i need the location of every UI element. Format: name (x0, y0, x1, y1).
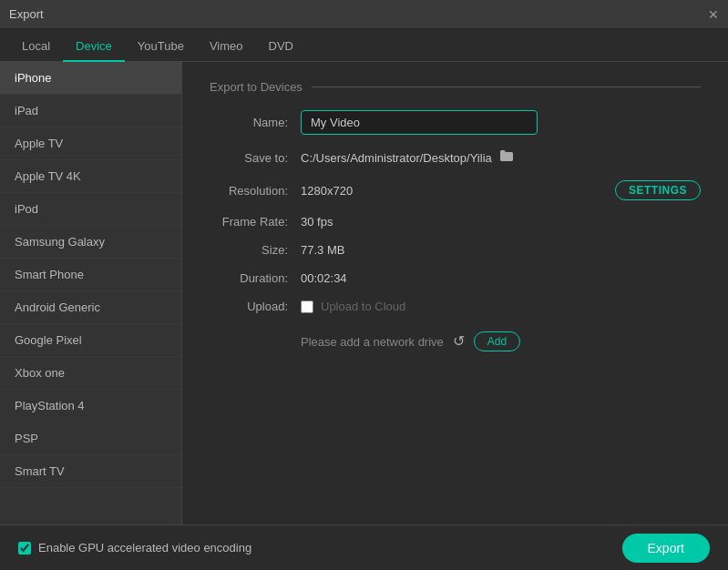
sidebar-item-playstation-4[interactable]: PlayStation 4 (0, 390, 181, 422)
name-row: Name: (210, 110, 701, 135)
gpu-label: Enable GPU accelerated video encoding (38, 541, 251, 555)
bottom-bar: Enable GPU accelerated video encoding Ex… (0, 524, 728, 570)
gpu-row: Enable GPU accelerated video encoding (18, 541, 251, 555)
size-label: Size: (210, 243, 301, 257)
tab-dvd[interactable]: DVD (256, 32, 306, 62)
sidebar-item-iphone[interactable]: iPhone (0, 62, 181, 95)
size-value: 77.3 MB (301, 243, 701, 257)
section-title: Export to Devices (210, 80, 701, 94)
upload-label: Upload: (210, 300, 301, 313)
sidebar-item-ipod[interactable]: iPod (0, 193, 181, 226)
add-button[interactable]: Add (474, 331, 520, 351)
tab-local[interactable]: Local (9, 32, 63, 62)
tab-vimeo[interactable]: Vimeo (197, 32, 256, 62)
name-label: Name: (210, 116, 301, 129)
network-drive-row: Please add a network drive ↺ Add (301, 331, 701, 351)
upload-row: Upload: Upload to Cloud (210, 300, 701, 313)
gpu-checkbox[interactable] (18, 542, 31, 555)
network-drive-text: Please add a network drive (301, 335, 444, 349)
window-title: Export (9, 7, 44, 21)
size-row: Size: 77.3 MB (210, 243, 701, 257)
sidebar-item-google-pixel[interactable]: Google Pixel (0, 324, 181, 357)
resolution-row: Resolution: 1280x720 SETTINGS (210, 180, 701, 200)
export-button[interactable]: Export (622, 534, 710, 563)
export-panel: Export to Devices Name: Save to: C:/User… (182, 62, 728, 524)
sidebar-item-smart-tv[interactable]: Smart TV (0, 455, 181, 488)
upload-cloud-checkbox[interactable] (301, 300, 313, 313)
frame-rate-value: 30 fps (301, 215, 701, 229)
sidebar-item-samsung-galaxy[interactable]: Samsung Galaxy (0, 226, 181, 259)
save-to-label: Save to: (210, 151, 301, 165)
save-to-row: Save to: C:/Users/Administrator/Desktop/… (210, 149, 701, 166)
save-path-container: C:/Users/Administrator/Desktop/Yilia (301, 149, 514, 166)
resolution-value: 1280x720 (301, 184, 615, 198)
upload-cloud-label: Upload to Cloud (321, 300, 405, 313)
sidebar-item-xbox-one[interactable]: Xbox one (0, 357, 181, 390)
main-content: iPhone iPad Apple TV Apple TV 4K iPod Sa… (0, 62, 728, 524)
resolution-label: Resolution: (210, 184, 301, 198)
title-bar: Export ✕ (0, 0, 728, 29)
tab-bar: Local Device YouTube Vimeo DVD (0, 29, 728, 62)
device-sidebar: iPhone iPad Apple TV Apple TV 4K iPod Sa… (0, 62, 182, 524)
sidebar-item-psp[interactable]: PSP (0, 422, 181, 455)
name-input[interactable] (301, 110, 538, 135)
settings-button[interactable]: SETTINGS (615, 180, 701, 200)
frame-rate-row: Frame Rate: 30 fps (210, 215, 701, 229)
duration-label: Duration: (210, 271, 301, 285)
save-path-value: C:/Users/Administrator/Desktop/Yilia (301, 151, 492, 165)
sidebar-item-apple-tv-4k[interactable]: Apple TV 4K (0, 160, 181, 193)
folder-button[interactable] (499, 149, 514, 166)
sidebar-item-smart-phone[interactable]: Smart Phone (0, 259, 181, 291)
sidebar-item-android-generic[interactable]: Android Generic (0, 291, 181, 324)
refresh-button[interactable]: ↺ (453, 334, 465, 349)
upload-section: Upload to Cloud (301, 300, 405, 313)
duration-row: Duration: 00:02:34 (210, 271, 701, 285)
duration-value: 00:02:34 (301, 271, 701, 285)
tab-youtube[interactable]: YouTube (125, 32, 197, 62)
sidebar-item-apple-tv[interactable]: Apple TV (0, 127, 181, 160)
close-button[interactable]: ✕ (708, 8, 719, 21)
sidebar-item-ipad[interactable]: iPad (0, 95, 181, 127)
tab-device[interactable]: Device (63, 32, 125, 62)
export-window: Export ✕ Local Device YouTube Vimeo DVD … (0, 0, 728, 570)
frame-rate-label: Frame Rate: (210, 215, 301, 229)
